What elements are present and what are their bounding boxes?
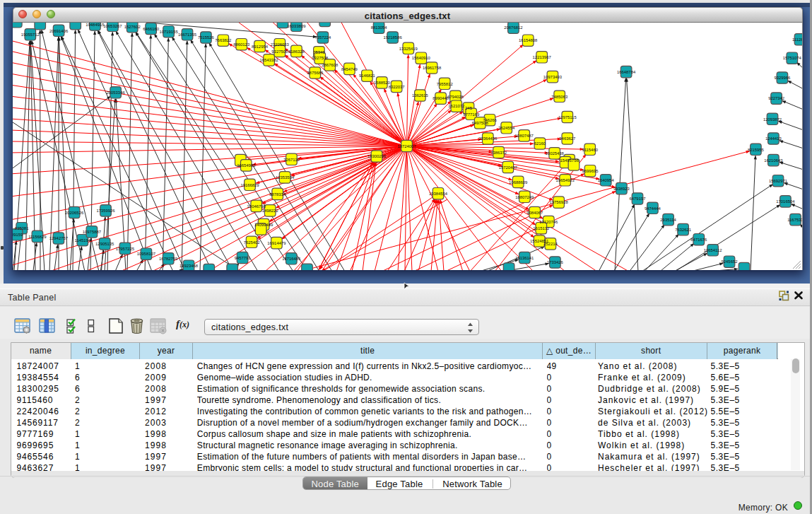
svg-text:16210643: 16210643: [764, 158, 783, 163]
svg-text:8471676: 8471676: [690, 238, 707, 242]
svg-text:14136141: 14136141: [515, 256, 534, 260]
svg-text:8215955: 8215955: [748, 148, 765, 152]
svg-text:1640954: 1640954: [598, 178, 615, 182]
svg-text:7515526: 7515526: [198, 35, 215, 40]
svg-text:19166829: 19166829: [240, 183, 259, 187]
svg-text:10958107: 10958107: [137, 252, 155, 256]
svg-text:10807487: 10807487: [515, 134, 534, 138]
svg-text:1112836: 1112836: [792, 37, 802, 42]
svg-text:7386372: 7386372: [490, 151, 507, 155]
svg-text:15640910: 15640910: [412, 56, 431, 60]
svg-text:7485063: 7485063: [551, 95, 568, 99]
svg-text:16154808: 16154808: [519, 38, 538, 42]
svg-text:9777169: 9777169: [463, 112, 479, 117]
svg-text:1167533: 1167533: [787, 218, 802, 222]
svg-text:2867608: 2867608: [322, 63, 339, 67]
svg-text:16543382: 16543382: [259, 58, 278, 62]
svg-text:10654112: 10654112: [704, 248, 722, 252]
svg-text:15720407: 15720407: [499, 165, 517, 170]
svg-text:12923468: 12923468: [180, 264, 199, 268]
svg-text:9327500: 9327500: [271, 49, 288, 54]
svg-text:9115460: 9115460: [582, 148, 598, 152]
svg-text:10973493: 10973493: [543, 75, 563, 79]
svg-text:18300295: 18300295: [367, 154, 387, 158]
svg-text:1244413: 1244413: [765, 136, 782, 141]
svg-text:19654923: 19654923: [556, 178, 575, 182]
svg-text:19055712: 19055712: [21, 33, 40, 37]
svg-text:1362615: 1362615: [412, 93, 429, 98]
svg-text:8860123: 8860123: [233, 42, 250, 47]
svg-text:9084067: 9084067: [526, 211, 543, 215]
svg-text:9327508: 9327508: [312, 56, 329, 60]
svg-text:10653267: 10653267: [103, 24, 122, 28]
svg-text:3267110: 3267110: [283, 158, 300, 162]
svg-text:16648784: 16648784: [617, 70, 636, 74]
svg-text:10046798: 10046798: [247, 204, 266, 209]
svg-text:15751074: 15751074: [783, 56, 802, 60]
svg-text:12093872: 12093872: [763, 117, 782, 122]
svg-text:12905135: 12905135: [95, 242, 114, 246]
svg-text:62160: 62160: [534, 141, 546, 146]
svg-text:245: 245: [465, 106, 473, 110]
svg-text:9699695: 9699695: [582, 169, 599, 173]
svg-text:16033809: 16033809: [287, 24, 305, 28]
svg-text:16914479: 16914479: [267, 241, 286, 245]
svg-text:9245652: 9245652: [722, 259, 738, 264]
svg-text:17359926: 17359926: [96, 209, 115, 213]
svg-text:10975887: 10975887: [83, 230, 101, 234]
svg-text:7632621: 7632621: [675, 228, 691, 232]
svg-text:20876812: 20876812: [504, 25, 522, 30]
svg-text:20691406: 20691406: [49, 29, 69, 33]
svg-text:3875685: 3875685: [307, 71, 324, 75]
svg-text:7357224: 7357224: [314, 35, 331, 40]
svg-text:252214: 252214: [543, 242, 558, 246]
svg-text:12975115: 12975115: [558, 115, 577, 119]
svg-text:13325419: 13325419: [399, 47, 418, 51]
svg-text:9227342: 9227342: [768, 96, 784, 100]
svg-text:9146821: 9146821: [359, 74, 375, 78]
svg-text:17957225: 17957225: [116, 247, 135, 251]
svg-text:23226053: 23226053: [271, 42, 290, 47]
svg-text:12213967: 12213967: [533, 55, 551, 59]
svg-text:9474444: 9474444: [645, 206, 661, 211]
svg-text:1621072: 1621072: [448, 104, 464, 108]
svg-text:12942757: 12942757: [49, 236, 68, 240]
svg-text:75346: 75346: [313, 50, 325, 54]
svg-text:17016504: 17016504: [776, 199, 795, 204]
svg-text:7625402: 7625402: [244, 240, 260, 245]
svg-text:8912954: 8912954: [252, 45, 269, 49]
svg-text:10120746: 10120746: [539, 220, 558, 224]
svg-text:1527602: 1527602: [124, 25, 141, 29]
svg-text:6497508: 6497508: [472, 121, 489, 125]
svg-text:15495756: 15495756: [560, 158, 579, 163]
svg-text:12353594: 12353594: [276, 175, 295, 180]
svg-text:11156829: 11156829: [28, 235, 46, 239]
svg-text:20206526: 20206526: [65, 211, 84, 215]
svg-text:20053346: 20053346: [106, 90, 125, 95]
svg-text:8878334: 8878334: [269, 192, 286, 197]
svg-text:8186328: 8186328: [288, 49, 305, 54]
svg-text:16782759: 16782759: [159, 257, 177, 261]
svg-text:16654965: 16654965: [237, 163, 256, 168]
svg-text:10719155: 10719155: [159, 30, 178, 34]
svg-text:1498222: 1498222: [262, 209, 278, 213]
svg-text:6466160: 6466160: [143, 27, 160, 31]
svg-text:7663822: 7663822: [215, 38, 231, 42]
svg-text:8322037: 8322037: [389, 85, 405, 89]
svg-text:15692971: 15692971: [769, 179, 787, 183]
svg-text:19218586: 19218586: [383, 35, 402, 40]
svg-text:1733426: 1733426: [547, 260, 564, 264]
svg-text:9938923: 9938923: [613, 187, 630, 191]
svg-text:6479197: 6479197: [630, 197, 646, 201]
svg-text:18807249: 18807249: [515, 195, 534, 199]
svg-text:15716485: 15716485: [282, 257, 301, 261]
svg-text:16671355: 16671355: [178, 33, 197, 37]
svg-text:19756928: 19756928: [549, 200, 568, 204]
svg-text:14099489: 14099489: [254, 223, 273, 227]
svg-text:9463627: 9463627: [559, 136, 575, 141]
svg-text:9457791: 9457791: [235, 256, 251, 260]
svg-text:9329966: 9329966: [774, 76, 791, 80]
svg-text:39159: 39159: [13, 233, 23, 237]
svg-text:19484915: 19484915: [86, 23, 105, 27]
svg-text:19384554: 19384554: [429, 192, 448, 196]
